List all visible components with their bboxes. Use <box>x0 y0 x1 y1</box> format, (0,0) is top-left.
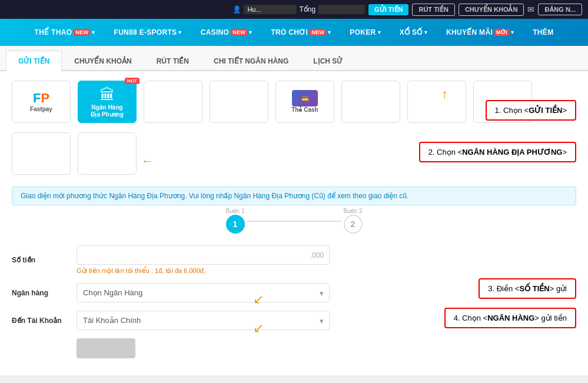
annotation-1: 1. Chọn <GỬI TIỀN> <box>486 100 576 121</box>
so-tien-hint: Gửi tiền một lần tối thiểu : 1đ, tối đa … <box>77 267 330 275</box>
annotation-2: 2. Chọn <NGÂN HÀNG ĐỊA PHƯƠNG> <box>419 142 576 162</box>
chevron-down-icon: ▾ <box>249 29 252 35</box>
den-tai-khoan-select-wrapper: Tài Khoản Chính ▾ <box>77 311 330 330</box>
so-tien-input-wrapper: ,000 <box>77 245 330 265</box>
submit-button-placeholder[interactable] <box>77 338 135 358</box>
chevron-down-icon: ▾ <box>178 29 181 35</box>
tab-rut-tien[interactable]: RÚT TIỀN <box>144 51 201 71</box>
mail-icon[interactable]: ✉ <box>527 5 534 14</box>
ngan-hang-select[interactable]: Chọn Ngân Hàng <box>77 283 330 302</box>
username-input[interactable] <box>244 5 297 14</box>
dang-nhap-button[interactable]: ĐĂNG N... <box>538 4 582 15</box>
tab-lich-su[interactable]: LỊCH SỬ <box>301 51 355 71</box>
payment-method-6[interactable] <box>341 81 400 123</box>
arrow-ngan-hang: ← <box>141 154 154 169</box>
chevron-down-icon: ▾ <box>92 29 95 35</box>
so-tien-control: ,000 Gửi tiền một lần tối thiểu : 1đ, tố… <box>77 245 330 275</box>
fastpay-label: Fastpay <box>30 106 52 113</box>
payment-method-9[interactable] <box>12 132 71 175</box>
annotation-3: 3. Điền <SỐ TIỀN> gửi <box>479 278 576 299</box>
user-section: 👤 Tổng <box>232 5 365 14</box>
tabs-row: GỬI TIỀN CHUYỂN KHOẢN RÚT TIỀN CHI TIẾT … <box>0 46 588 71</box>
ngan-hang-label: Ngân HàngĐịa Phương <box>91 104 124 118</box>
step-2: Bước 2 2 <box>344 215 363 234</box>
top-bar: 👤 Tổng GỬI TIỀN RÚT TIỀN CHUYỂN KHOẢN ✉ … <box>0 0 588 19</box>
payment-method-10[interactable] <box>78 132 137 175</box>
den-tai-khoan-label: Đến Tài Khoản <box>12 317 77 325</box>
nav-item-esports[interactable]: FUN88 E-SPORTS ▾ <box>105 19 191 46</box>
hot-badge: HOT <box>125 78 139 84</box>
tab-chuyen-khoan[interactable]: CHUYỂN KHOẢN <box>62 51 144 71</box>
arrow-so-tien: ↙ <box>253 292 264 307</box>
gui-tien-button[interactable]: GỬI TIỀN <box>368 4 408 15</box>
chevron-down-icon: ▾ <box>328 29 331 35</box>
steps-row: Bước 1 1 Bước 2 2 <box>12 215 576 234</box>
so-tien-suffix: ,000 <box>310 251 324 259</box>
annotation-4: 4. Chọn <NGÂN HÀNG> gửi tiền <box>444 308 576 328</box>
den-tai-khoan-control: Tài Khoản Chính ▾ <box>77 311 330 330</box>
so-tien-row: Số tiền ,000 Gửi tiền một lần tối thiểu … <box>12 245 576 275</box>
step-circle-2: 2 <box>344 215 363 234</box>
card-icon: 💳 <box>292 90 318 106</box>
nav-item-poker[interactable]: POKER ▾ <box>340 19 390 46</box>
fastpay-logo: FP <box>33 91 49 106</box>
the-cash-label: Thẻ Cash <box>291 106 318 114</box>
payment-method-3[interactable] <box>144 81 202 123</box>
tab-gui-tien[interactable]: GỬI TIỀN <box>6 51 62 71</box>
main-nav: THỂ THAO NEW ▾ FUN88 E-SPORTS ▾ CASINO N… <box>0 19 588 46</box>
chevron-down-icon: ▾ <box>424 29 427 35</box>
tong-label: Tổng <box>299 5 315 14</box>
den-tai-khoan-select[interactable]: Tài Khoản Chính <box>77 311 330 330</box>
balance-input[interactable] <box>318 5 365 14</box>
payment-the-cash[interactable]: 💳 Thẻ Cash <box>275 81 334 123</box>
payment-fastpay[interactable]: FP Fastpay <box>12 81 71 123</box>
chuyen-khoan-button[interactable]: CHUYỂN KHOẢN <box>459 4 524 16</box>
arrow-ngan-hang-2: ↙ <box>253 321 264 336</box>
so-tien-input[interactable] <box>77 245 330 265</box>
user-icon: 👤 <box>232 5 241 14</box>
bank-icon: 🏛 <box>99 86 115 104</box>
payment-method-4[interactable] <box>210 81 268 123</box>
arrow-gui-tien: ↓ <box>441 88 448 104</box>
chevron-down-icon: ▾ <box>378 29 381 35</box>
rut-tien-button[interactable]: RÚT TIỀN <box>412 4 454 16</box>
nav-item-khuyen-mai[interactable]: KHUYẾN MÃI MỚI ▾ <box>437 19 523 46</box>
nav-item-xo-so[interactable]: XỔ SỐ ▾ <box>390 19 437 46</box>
step-1: Bước 1 1 <box>226 215 245 234</box>
nav-item-tro-choi[interactable]: TRÒ CHƠI NEW ▾ <box>261 19 340 46</box>
so-tien-label: Số tiền <box>12 256 77 264</box>
chevron-down-icon: ▾ <box>511 29 514 35</box>
step-circle-1: 1 <box>226 215 245 234</box>
nav-item-the-thao[interactable]: THỂ THAO NEW ▾ <box>25 19 105 46</box>
info-banner: Giao diện mới phương thức Ngân Hàng Địa … <box>12 186 576 205</box>
step-line <box>247 221 341 222</box>
tab-chi-tiet-ngan-hang[interactable]: CHI TIẾT NGÂN HÀNG <box>201 51 301 71</box>
ngan-hang-control: Chọn Ngân Hàng ▾ <box>77 283 330 302</box>
ngan-hang-select-wrapper: Chọn Ngân Hàng ▾ <box>77 283 330 302</box>
ngan-hang-label: Ngân hàng <box>12 289 77 297</box>
nav-item-casino[interactable]: CASINO NEW ▾ <box>191 19 262 46</box>
nav-item-them[interactable]: THÊM <box>523 19 563 46</box>
payment-method-7[interactable] <box>407 81 466 123</box>
payment-ngan-hang-dia-phuong[interactable]: HOT 🏛 Ngân HàngĐịa Phương <box>78 81 137 123</box>
content-area: GỬI TIỀN CHUYỂN KHOẢN RÚT TIỀN CHI TIẾT … <box>0 46 588 375</box>
